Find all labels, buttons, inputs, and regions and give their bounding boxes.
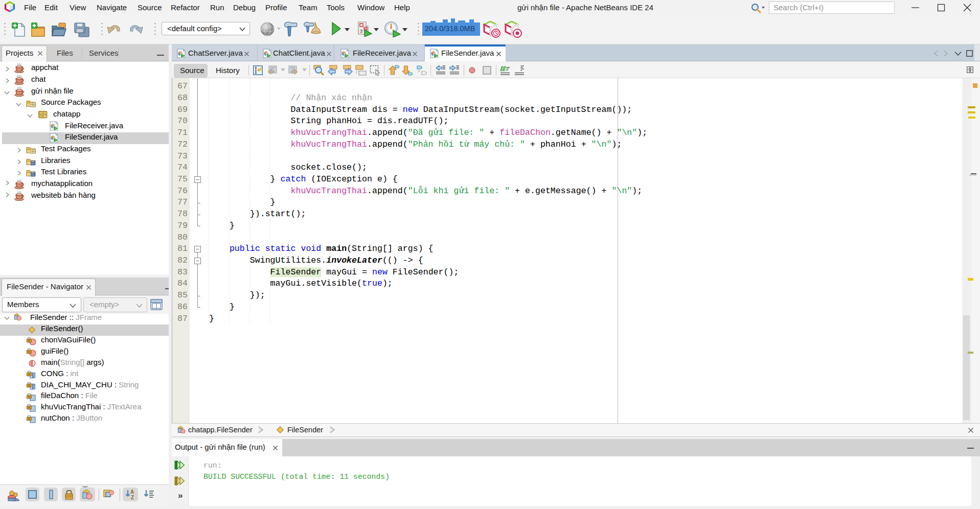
svg-text:3: 3 xyxy=(360,29,362,34)
svg-text:Z: Z xyxy=(131,495,134,500)
svg-text:A: A xyxy=(130,489,134,495)
